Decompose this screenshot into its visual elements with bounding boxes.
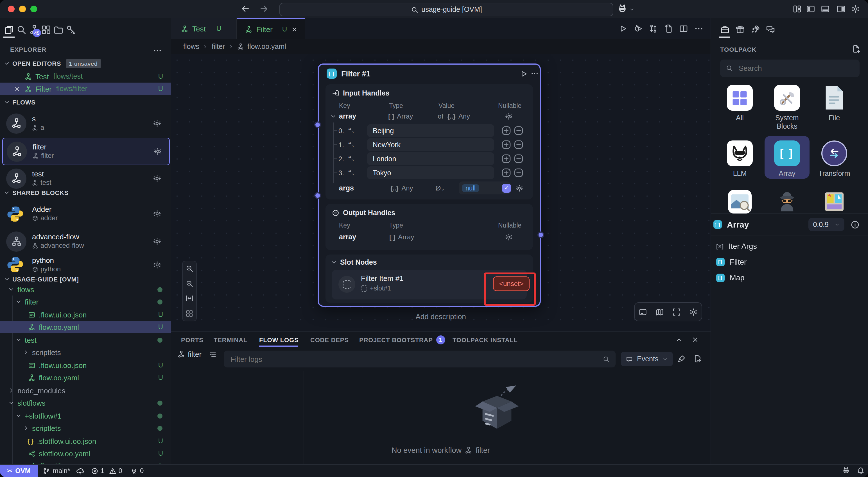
remote-indicator[interactable]: >< OVM — [0, 465, 38, 477]
rocket-view-icon[interactable] — [750, 25, 760, 34]
toolpack-category-preview[interactable] — [717, 190, 762, 214]
tab-filter-active[interactable]: Filter U — [237, 18, 305, 39]
array-item-input[interactable]: Beijing — [367, 124, 494, 137]
clear-logs-icon[interactable] — [677, 354, 686, 363]
tree-item-file[interactable]: .flow.ui.oo.json U — [0, 359, 171, 371]
problems-status[interactable]: 1 0 — [91, 465, 122, 477]
open-editors-section-header[interactable]: OPEN EDITORS 1 unsaved — [3, 58, 101, 69]
null-type-selector[interactable]: Ø⌄ — [436, 184, 445, 192]
tree-item-folder[interactable]: scriptlets — [0, 346, 171, 358]
run-flow-icon[interactable] — [618, 24, 627, 33]
flow-settings-gear-icon[interactable] — [153, 174, 161, 183]
breadcrumb-file[interactable]: flow.oo.yaml — [247, 43, 286, 51]
assistant-bunny-icon[interactable] — [842, 466, 850, 475]
zoom-in-icon[interactable] — [186, 265, 193, 273]
add-item-icon[interactable] — [501, 154, 511, 163]
handle-settings-gear-icon[interactable] — [505, 233, 513, 241]
history-back-icon[interactable] — [241, 4, 250, 13]
blocks-view-icon[interactable] — [41, 25, 51, 35]
breadcrumb-root[interactable]: flows — [183, 43, 199, 51]
export-logs-icon[interactable] — [693, 354, 702, 363]
toolpack-search-input[interactable] — [738, 63, 852, 73]
array-item-input[interactable]: London — [367, 152, 494, 165]
flow-card[interactable]: s a — [2, 110, 169, 136]
tree-item-folder[interactable]: flows — [0, 283, 171, 295]
input-connection-handle-array[interactable] — [314, 121, 321, 128]
block-item-filter[interactable]: [] Filter — [711, 254, 868, 270]
flow-canvas[interactable]: [ ] Filter #1 Input Handles Key Type Val… — [171, 54, 711, 331]
shared-block-card[interactable]: advanced-flow advanced-flow — [2, 228, 169, 255]
search-view-icon[interactable] — [16, 25, 26, 35]
minimize-window-button[interactable] — [19, 6, 26, 12]
settings-gear-icon[interactable] — [851, 4, 860, 13]
handle-settings-gear-icon[interactable] — [516, 184, 523, 192]
tree-item-folder[interactable]: +slotflow#1 — [0, 410, 171, 422]
breadcrumb[interactable]: flows filter flow.oo.yaml — [171, 39, 711, 54]
toolpack-category-scraper[interactable] — [765, 189, 809, 215]
toggle-panel-icon[interactable] — [821, 4, 830, 13]
ports-status[interactable]: 0 — [130, 465, 144, 477]
nullable-checkbox-checked[interactable]: ✓ — [502, 184, 511, 192]
log-filter-input[interactable] — [229, 354, 603, 364]
explorer-more-icon[interactable] — [153, 46, 162, 55]
string-type-selector[interactable]: ❝⌄ — [348, 141, 355, 148]
fullscreen-icon[interactable] — [672, 308, 681, 316]
console-toggle-icon[interactable] — [639, 308, 647, 316]
chevron-down-icon[interactable] — [629, 7, 635, 12]
toolpack-category-all[interactable]: All — [717, 85, 762, 123]
toolpack-search-box[interactable] — [720, 60, 860, 77]
fit-view-icon[interactable] — [186, 295, 193, 303]
tree-item-folder[interactable]: +slotflow#2 — [0, 459, 171, 464]
toolpack-category-transform[interactable]: Transform — [812, 140, 857, 178]
string-type-selector[interactable]: ❝⌄ — [348, 127, 355, 134]
minimap-toggle-icon[interactable] — [655, 308, 664, 316]
assistant-bunny-icon[interactable] — [617, 3, 628, 14]
info-icon[interactable] — [850, 220, 860, 229]
output-connection-handle-array[interactable] — [537, 231, 544, 238]
toolpack-category-array-selected[interactable]: [ ] Array — [765, 136, 809, 179]
more-actions-icon[interactable] — [694, 24, 703, 33]
tree-item-file[interactable]: slotflow.oo.yaml U — [0, 447, 171, 459]
close-tab-icon[interactable] — [291, 26, 297, 32]
chat-view-icon[interactable] — [766, 25, 775, 34]
tree-item-file-selected[interactable]: flow.oo.yaml U — [0, 321, 171, 333]
run-node-icon[interactable] — [520, 70, 528, 78]
slot-nodes-header[interactable]: Slot Nodes — [331, 258, 377, 266]
close-icon[interactable] — [14, 86, 20, 92]
close-window-button[interactable] — [8, 6, 14, 12]
split-editor-icon[interactable] — [679, 24, 688, 33]
block-item-map[interactable]: [] Map — [711, 270, 868, 285]
input-connection-handle-args[interactable] — [314, 192, 321, 199]
tree-item-folder[interactable]: node_modules — [0, 384, 171, 396]
maximize-panel-icon[interactable] — [675, 336, 683, 344]
tab-ports[interactable]: PORTS — [181, 332, 204, 347]
sync-cloud-icon[interactable] — [75, 467, 84, 475]
remove-item-icon[interactable] — [514, 126, 523, 135]
toggle-primary-sidebar-icon[interactable] — [806, 4, 815, 13]
block-item-iter-args[interactable]: [×] Iter Args — [711, 238, 868, 254]
shared-blocks-section-header[interactable]: SHARED BLOCKS — [3, 187, 69, 198]
shared-block-card[interactable]: Adder adder — [2, 200, 169, 227]
node-more-icon[interactable] — [531, 70, 538, 77]
string-type-selector[interactable]: ❝⌄ — [348, 155, 355, 162]
tree-item-folder[interactable]: slotflows — [0, 396, 171, 409]
tree-item-folder[interactable]: test — [0, 334, 171, 346]
events-dropdown[interactable]: Events — [621, 352, 673, 366]
new-toolpack-icon[interactable] — [852, 44, 861, 53]
string-type-selector[interactable]: ❝⌄ — [348, 169, 355, 177]
handle-row-array-out[interactable]: array [ ] Array — [330, 232, 528, 242]
unset-slot-badge[interactable]: <unset> — [493, 277, 530, 291]
add-item-icon[interactable] — [501, 140, 511, 150]
tree-item-file[interactable]: .flow.ui.oo.json U — [0, 309, 171, 321]
close-panel-icon[interactable] — [691, 336, 699, 343]
array-item-input[interactable]: Tokyo — [367, 166, 494, 179]
remove-item-icon[interactable] — [514, 168, 523, 178]
toggle-secondary-sidebar-icon[interactable] — [837, 4, 845, 13]
zoom-out-icon[interactable] — [186, 280, 193, 288]
compare-changes-icon[interactable] — [649, 24, 658, 33]
open-file-external-icon[interactable] — [664, 24, 673, 33]
zoom-window-button[interactable] — [30, 6, 37, 12]
log-list-icon[interactable] — [208, 350, 217, 358]
chevron-down-icon[interactable] — [330, 113, 337, 120]
tab-test[interactable]: Test U — [171, 18, 237, 39]
